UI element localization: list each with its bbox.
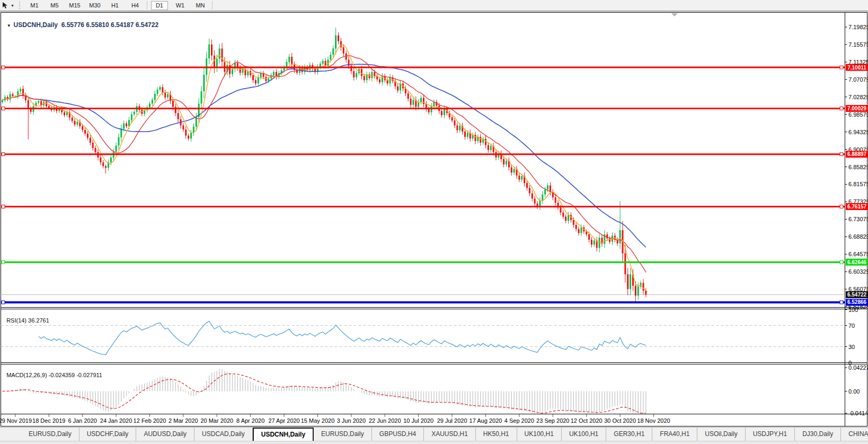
candle-body	[123, 124, 125, 129]
candle-body	[152, 100, 153, 103]
candle-body	[642, 283, 644, 291]
date-label: 6 Jan 2020	[68, 417, 96, 424]
macd-values: -0.024359 -0.027911	[49, 372, 102, 378]
price-axis-label: 6.85825	[848, 164, 868, 170]
line-handle[interactable]	[840, 107, 843, 110]
candle-body	[444, 109, 445, 115]
symbol-marker-icon[interactable]: ▼	[7, 23, 11, 28]
candle-body	[134, 112, 135, 115]
line-handle[interactable]	[840, 66, 843, 69]
candle-body	[131, 114, 132, 120]
candle-body	[591, 240, 592, 245]
candle-body	[10, 94, 11, 100]
candle-body	[273, 72, 274, 75]
candle-body	[255, 80, 256, 83]
macd-axis-label: 0.042275	[848, 364, 868, 371]
candle-body	[178, 113, 179, 119]
line-handle[interactable]	[840, 205, 843, 208]
candle-body	[635, 286, 636, 296]
candle-body	[627, 274, 628, 289]
price-axis-label: 7.02825	[848, 94, 868, 100]
candle-body	[320, 64, 321, 67]
chart-shift-marker-icon[interactable]	[671, 13, 678, 16]
axis-price-badge-label: 6.62646	[847, 259, 867, 265]
candle-body	[474, 135, 476, 141]
candle-body	[464, 132, 466, 137]
line-handle[interactable]	[840, 153, 843, 156]
date-label: 30 Oct 2020	[604, 417, 636, 424]
candle-body	[286, 62, 287, 67]
candle-body	[154, 94, 156, 100]
candle-body	[532, 193, 533, 198]
candle-body	[330, 55, 331, 59]
horizontal-line-7.10011[interactable]: 7.10011	[1, 64, 868, 71]
current-price-badge-label: 6.54722	[847, 292, 867, 298]
candle-body	[547, 186, 548, 190]
rsi-axis-label: 100	[848, 307, 858, 313]
candle-body	[242, 69, 244, 73]
line-handle[interactable]	[840, 260, 843, 264]
chart-canvas[interactable]: 7.198257.155757.113257.070757.028256.985…	[0, 0, 868, 444]
price-axis-label: 6.64575	[848, 251, 868, 257]
candle-body	[291, 57, 293, 65]
candle-body	[521, 176, 522, 180]
candle-body	[526, 183, 528, 188]
axis-price-badge-label: 7.10011	[847, 65, 866, 71]
candle-body	[485, 139, 486, 145]
rsi-axis-label: 30	[848, 344, 855, 350]
horizontal-line-6.52866[interactable]: 6.52866	[1, 299, 868, 306]
candle-body	[38, 101, 39, 103]
date-label: 29 Jul 2020	[437, 417, 467, 424]
candle-body	[74, 121, 76, 125]
candle-body	[182, 125, 184, 129]
candle-body	[420, 98, 422, 102]
date-label: 15 May 2020	[301, 417, 335, 424]
line-handle[interactable]	[2, 301, 5, 304]
candle-body	[387, 80, 388, 83]
candle-body	[555, 197, 556, 203]
candle-body	[573, 220, 574, 225]
candle-body	[343, 47, 344, 54]
candle-body	[580, 228, 582, 233]
candle-body	[76, 121, 78, 124]
price-axis-label: 6.81575	[848, 181, 868, 187]
candle-body	[12, 94, 14, 97]
candle-body	[128, 120, 130, 126]
candle-body	[423, 98, 424, 104]
price-axis-label: 7.19825	[848, 24, 868, 30]
candle-body	[159, 87, 161, 90]
date-label: 17 Aug 2020	[470, 417, 502, 424]
date-label: 12 Feb 2020	[134, 417, 166, 424]
horizontal-line-6.88897[interactable]: 6.88897	[1, 151, 868, 158]
candle-body	[260, 73, 262, 77]
candle-body	[619, 230, 621, 243]
candle-body	[480, 137, 481, 143]
line-handle[interactable]	[2, 66, 5, 69]
candle-body	[211, 45, 212, 56]
date-label: 18 Dec 2019	[32, 417, 65, 424]
candle-body	[534, 198, 536, 203]
horizontal-line-6.62646[interactable]: 6.62646	[1, 259, 868, 266]
date-label: 27 Apr 2020	[268, 417, 299, 424]
axis-price-badge-label: 7.00029	[847, 106, 867, 111]
candle-body	[366, 74, 368, 80]
line-handle[interactable]	[840, 301, 843, 304]
candle-body	[252, 75, 254, 80]
candle-body	[374, 72, 375, 76]
candle-body	[92, 143, 94, 148]
line-handle[interactable]	[2, 260, 5, 264]
candle-body	[110, 158, 112, 162]
rsi-line	[39, 321, 646, 355]
candle-body	[162, 87, 163, 92]
candle-body	[397, 86, 398, 91]
line-handle[interactable]	[2, 205, 5, 208]
candle-body	[379, 80, 380, 82]
candle-body	[102, 162, 104, 166]
candle-body	[20, 89, 21, 91]
candle-body	[544, 189, 546, 194]
line-handle[interactable]	[2, 153, 5, 156]
candle-body	[64, 112, 65, 115]
line-handle[interactable]	[2, 107, 5, 110]
candle-body	[126, 124, 127, 126]
horizontal-line-6.76157[interactable]: 6.76157	[1, 203, 868, 210]
